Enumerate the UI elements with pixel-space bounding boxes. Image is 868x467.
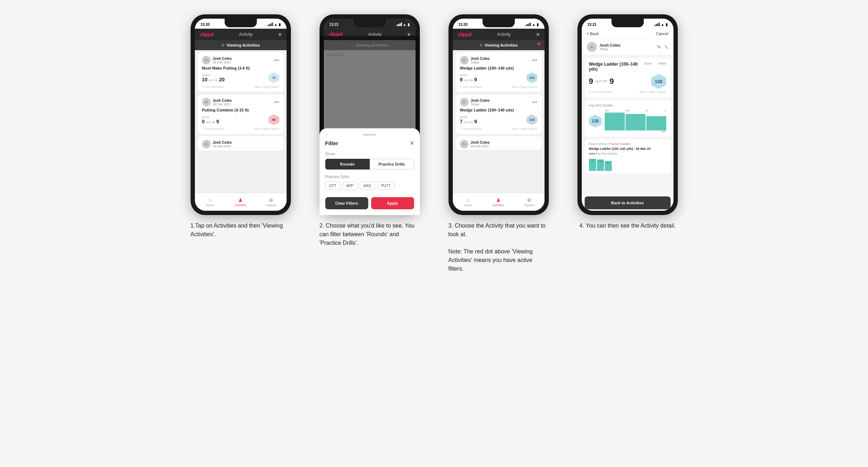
nav-home-3[interactable]: ⌂ Home [453, 193, 483, 211]
time-2: 13:21 [330, 23, 339, 27]
nav-capture-1[interactable]: ⊕ Capture [256, 193, 286, 211]
chart-bars [605, 113, 666, 130]
show-label: Show [325, 152, 414, 156]
chart-bars-container: 130 100 50 0 [605, 109, 666, 133]
nav-activities-3[interactable]: ♟ Activities [483, 193, 514, 211]
session-label: Player Activity • Practice Session [589, 142, 666, 146]
hamburger-menu-1[interactable]: ≡ [278, 32, 281, 37]
activity-card-2[interactable]: JC Josh Coles 28 Feb 2023 ••• Putting Co… [198, 94, 284, 134]
phone-2-frame: 13:21 ▲ ▮ [320, 14, 420, 215]
score-group-3-2: 7 OUT OF 9 [460, 119, 477, 124]
nav-activities-1[interactable]: ♟ Activities [225, 193, 256, 211]
caption-1: 1.Tap on Activities and then 'Viewing Ac… [191, 221, 291, 239]
bar1-3 [526, 25, 527, 26]
session-bar-3: 124 [605, 161, 612, 171]
chip-ott[interactable]: OTT [325, 182, 340, 190]
detail-title-row: Wedge Ladder (100–140 yds) Score Shots [589, 62, 666, 72]
outof-2: OUT OF [206, 121, 215, 124]
chip-putt[interactable]: PUTT [377, 182, 394, 190]
filter-modal: Filter ✕ Show Rounds Practice Drills Pra… [324, 128, 416, 211]
quality-badge-3-2: 118 [527, 114, 537, 125]
chart-y-labels: 130 100 50 0 [605, 109, 666, 112]
bottom-nav-3: ⌂ Home ♟ Activities ⊕ Capture [453, 193, 545, 211]
y-label-130: 130 [605, 109, 609, 112]
cancel-button[interactable]: Cancel [656, 32, 668, 36]
user-info-2: JC Josh Coles 28 Feb 2023 [202, 98, 232, 106]
user-info-3-2: JC Josh Coles Today [460, 98, 490, 106]
outof-3-2: OUT OF [464, 121, 473, 124]
app-logo-3: clippd [458, 32, 471, 37]
bar4-4 [659, 23, 660, 26]
bar1-4 [654, 25, 656, 26]
card-footer-1: ⊙ Test Information Data: Clippd Capture [202, 85, 279, 89]
stats-row-3-2: Score 7 OUT OF 9 118 [460, 114, 537, 125]
dots-menu-3-2[interactable]: ••• [532, 99, 537, 105]
detail-avatar: JC [587, 42, 597, 52]
chart-quality-hexagon: 130 [589, 115, 602, 128]
dots-menu-2[interactable]: ••• [274, 99, 279, 105]
quality-badge-2: 45 [269, 114, 279, 125]
viewing-activities-bar-1[interactable]: ⚙ Viewing Activities [195, 40, 287, 50]
user-date-3-1: Today [471, 61, 490, 64]
y-label-0: 0 [665, 109, 666, 112]
user-details-3: Josh Coles 28 Feb 2023 [213, 140, 232, 148]
phone-1-frame: 13:20 ▲ ▮ [191, 14, 291, 215]
phone-4-notch [612, 19, 644, 27]
phone-3-notch [483, 19, 515, 27]
nav-capture-3[interactable]: ⊕ Capture [514, 193, 544, 211]
rounds-toggle-btn[interactable]: Rounds [325, 159, 370, 170]
shots-value-3-1: 9 [474, 77, 477, 82]
activity-card-3-2[interactable]: JC Josh Coles Today ••• Wedge Ladder (10… [456, 94, 542, 134]
caption-4: 4. You can then see the Activity detail. [579, 221, 676, 230]
filter-handle [363, 134, 376, 135]
bar1 [268, 25, 269, 26]
back-button[interactable]: < Back [587, 32, 599, 36]
phone-3-wrapper: 13:20 ▲ ▮ clip [449, 14, 549, 215]
filter-close-icon[interactable]: ✕ [409, 140, 414, 147]
chart-content: 130 130 100 50 0 [589, 109, 666, 133]
time-1: 13:20 [201, 23, 210, 27]
card-header-3: JC Josh Coles 28 Feb 2023 [202, 140, 279, 148]
viewing-activities-bar-3[interactable]: ⚙ Viewing Activities [453, 40, 545, 50]
shots-value-2: 9 [216, 119, 219, 124]
phone-2-wrapper: 13:21 ▲ ▮ [320, 14, 420, 215]
bar4-2 [401, 23, 402, 26]
expand-icon[interactable]: ⤡ [664, 44, 668, 50]
user-name-3-2: Josh Coles [471, 99, 490, 103]
dots-menu-3-1[interactable]: ••• [532, 57, 537, 63]
chart-section: Avg Shot Quality 130 130 100 50 0 [585, 100, 671, 137]
edit-icon[interactable]: ✎ [657, 44, 661, 50]
user-details-1: Josh Coles 28 Feb 2023 [213, 57, 232, 64]
card-footer-2: ⊙ Test Information Data: Clippd Capture [202, 127, 279, 130]
stats-row-2: Score 0 OUT OF 9 45 [202, 114, 279, 125]
chip-arg[interactable]: ARG [360, 182, 375, 190]
activity-title-2: Putting Combine (3-15 ft) [202, 108, 279, 112]
chip-app[interactable]: APP [342, 182, 358, 190]
activities-icon-1: ♟ [238, 197, 243, 203]
user-name-1: Josh Coles [213, 57, 232, 61]
nav-home-1[interactable]: ⌂ Home [195, 193, 225, 211]
avatar-2: JC [202, 98, 211, 106]
session-chart-bars: 132 129 124 [589, 157, 666, 171]
drills-label: Practice Drills [325, 175, 414, 179]
activity-card-3-1[interactable]: JC Josh Coles Today ••• Wedge Ladder (10… [456, 52, 542, 92]
back-to-activities-button[interactable]: Back to Activities [585, 196, 671, 209]
dots-menu-1[interactable]: ••• [274, 57, 279, 63]
phone-2-column: 13:21 ▲ ▮ [312, 14, 427, 273]
time-3: 13:20 [459, 23, 468, 27]
stat-score-3-2: Score 7 OUT OF 9 [460, 115, 477, 124]
detail-info-left: ⊙ Test Information [589, 90, 613, 94]
hamburger-menu-3[interactable]: ≡ [536, 32, 539, 37]
session-link[interactable]: Practice Session [609, 142, 631, 146]
time-4: 13:21 [588, 23, 597, 27]
practice-drills-toggle-btn[interactable]: Practice Drills [370, 159, 414, 170]
status-icons-1: ▲ ▮ [268, 23, 281, 27]
apply-button[interactable]: Apply [371, 197, 414, 209]
app-logo-1: clippd [200, 32, 214, 37]
user-name-3-1: Josh Coles [471, 57, 490, 61]
clear-filters-button[interactable]: Clear Filters [325, 197, 368, 209]
activity-card-1[interactable]: JC Josh Coles 28 Feb 2023 ••• Must Make … [198, 52, 284, 92]
caption-3: 3. Choose the Activity that you want to … [449, 221, 549, 273]
bar3 [270, 23, 272, 26]
app-header-title-3: Activity [497, 32, 511, 37]
